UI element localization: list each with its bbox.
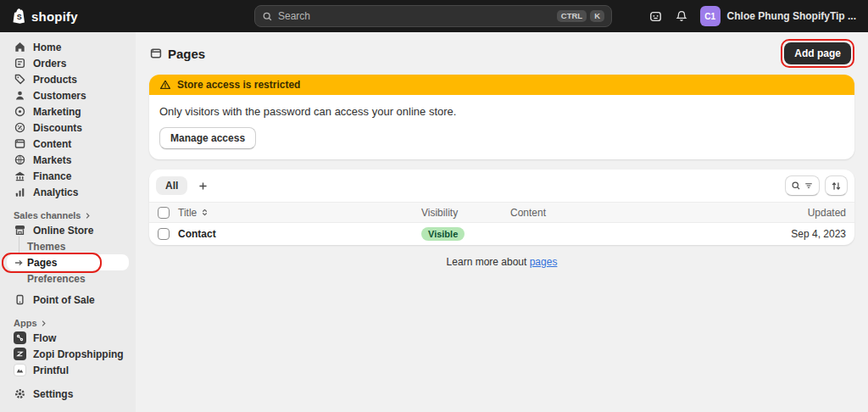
pos-device-icon (14, 293, 26, 306)
sidebar-item-point-of-sale[interactable]: Point of Sale (7, 292, 129, 308)
sidebar-item-label: Pages (27, 257, 57, 269)
sidebar-item-label: Finance (33, 170, 71, 182)
person-icon (14, 89, 26, 102)
row-updated: Sep 4, 2023 (753, 228, 846, 240)
flow-app-icon (14, 331, 26, 344)
tag-icon (14, 73, 26, 86)
search-icon (262, 11, 273, 22)
sidebar-item-marketing[interactable]: Marketing (7, 103, 129, 120)
red-annotation-circle-add-page: Add page (781, 39, 854, 68)
sidebar-item-finance[interactable]: Finance (7, 168, 129, 184)
pages-help-link[interactable]: pages (530, 256, 558, 268)
sidebar-item-flow[interactable]: Flow (7, 330, 129, 346)
svg-text:S: S (17, 13, 22, 21)
sidebar-item-analytics[interactable]: Analytics (7, 184, 129, 200)
table-row[interactable]: Contact Visible Sep 4, 2023 (149, 223, 854, 245)
sales-channels-header[interactable]: Sales channels (0, 209, 136, 222)
sort-arrows-icon (831, 181, 842, 192)
banner-title: Store access is restricted (177, 79, 300, 91)
sidebar-item-zopi[interactable]: Zopi Dropshipping (7, 346, 129, 362)
zopi-app-icon (14, 348, 26, 360)
column-content[interactable]: Content (510, 207, 753, 219)
sidebar-item-settings[interactable]: Settings (7, 386, 129, 402)
orders-icon (14, 57, 26, 70)
visibility-badge: Visible (421, 227, 465, 241)
home-icon (14, 41, 26, 53)
row-checkbox[interactable] (158, 228, 170, 240)
shopify-bag-icon: S (12, 8, 27, 25)
percent-icon (14, 121, 26, 134)
kbd-ctrl: CTRL (557, 10, 587, 22)
notifications-bell-icon[interactable] (675, 9, 688, 23)
printful-app-icon (14, 364, 26, 376)
sidebar-item-label: Orders (33, 58, 66, 70)
globe-icon (14, 153, 26, 166)
sidebar-item-preferences[interactable]: Preferences (7, 270, 129, 287)
search-placeholder: Search (278, 10, 310, 22)
storefront-icon (14, 224, 26, 237)
add-page-button[interactable]: Add page (784, 42, 851, 64)
column-visibility[interactable]: Visibility (421, 207, 510, 219)
sidebar-item-printful[interactable]: Printful (7, 362, 129, 378)
user-name: Chloe Phung ShopifyTip ... (727, 10, 856, 22)
add-view-button[interactable] (192, 175, 213, 196)
media-icon (14, 137, 26, 150)
sidebar-item-pages[interactable]: Pages (7, 254, 129, 270)
sidebar-item-label: Preferences (27, 273, 86, 285)
warning-triangle-icon (159, 79, 171, 91)
user-menu[interactable]: C1 Chloe Phung ShopifyTip ... (700, 6, 856, 26)
store-access-banner: Store access is restricted Only visitors… (149, 75, 854, 159)
apps-label: Apps (14, 318, 37, 328)
bank-icon (14, 170, 26, 182)
sidebar-item-discounts[interactable]: Discounts (7, 120, 129, 136)
gear-icon (14, 387, 26, 400)
select-all-checkbox[interactable] (158, 207, 170, 219)
sidebar-item-label: Point of Sale (33, 294, 95, 306)
sidebar-item-content[interactable]: Content (7, 136, 129, 152)
sort-button[interactable] (825, 175, 848, 196)
chevron-right-icon (84, 212, 92, 220)
sidebar-item-orders[interactable]: Orders (7, 55, 129, 71)
column-updated[interactable]: Updated (753, 207, 846, 219)
sidebar-item-themes[interactable]: Themes (7, 238, 129, 254)
sidebar-item-label: Analytics (33, 187, 78, 198)
table-header-row: Title Visibility Content Updated (149, 202, 854, 223)
banner-message: Only visitors with the password can acce… (159, 105, 844, 118)
sidebar-item-label: Customers (33, 90, 86, 102)
sidebar-item-label: Marketing (33, 106, 81, 118)
sidebar-item-label: Printful (33, 365, 69, 376)
sidebar-item-home[interactable]: Home (7, 39, 129, 55)
sidebar-item-label: Themes (27, 241, 65, 253)
search-input[interactable]: Search CTRL K (254, 5, 612, 27)
apps-header[interactable]: Apps (0, 316, 136, 330)
bar-chart-icon (14, 186, 26, 198)
sidebar-item-label: Flow (33, 332, 56, 344)
tab-all[interactable]: All (156, 176, 187, 195)
sidebar-item-label: Zopi Dropshipping (33, 348, 124, 360)
sales-channels-label: Sales channels (14, 210, 81, 220)
pages-icon (149, 47, 163, 60)
search-filter-button[interactable] (785, 175, 820, 196)
sidebar-item-label: Home (33, 42, 61, 53)
row-title[interactable]: Contact (178, 228, 421, 240)
avatar: C1 (700, 6, 721, 26)
sidebar-item-products[interactable]: Products (7, 71, 129, 87)
manage-access-button[interactable]: Manage access (159, 127, 256, 149)
assistant-bot-icon[interactable] (648, 9, 663, 24)
main-content: Pages Add page Store access is restricte… (136, 32, 868, 412)
column-title[interactable]: Title (178, 207, 421, 219)
shopify-logo[interactable]: S shopify (12, 8, 78, 25)
page-title-text: Pages (168, 47, 205, 61)
sidebar-item-label: Products (33, 74, 77, 86)
brand-name: shopify (31, 9, 78, 24)
chevron-right-icon (40, 320, 47, 327)
sidebar-item-online-store[interactable]: Online Store (7, 222, 129, 238)
sidebar-item-customers[interactable]: Customers (7, 87, 129, 103)
kbd-k: K (590, 10, 604, 22)
sidebar-item-markets[interactable]: Markets (7, 152, 129, 168)
footer-note: Learn more about pages (149, 245, 854, 279)
footer-text: Learn more about (447, 256, 527, 268)
sidebar-item-label: Markets (33, 154, 71, 166)
arrow-right-icon (14, 258, 24, 268)
search-shortcut: CTRL K (557, 10, 604, 22)
